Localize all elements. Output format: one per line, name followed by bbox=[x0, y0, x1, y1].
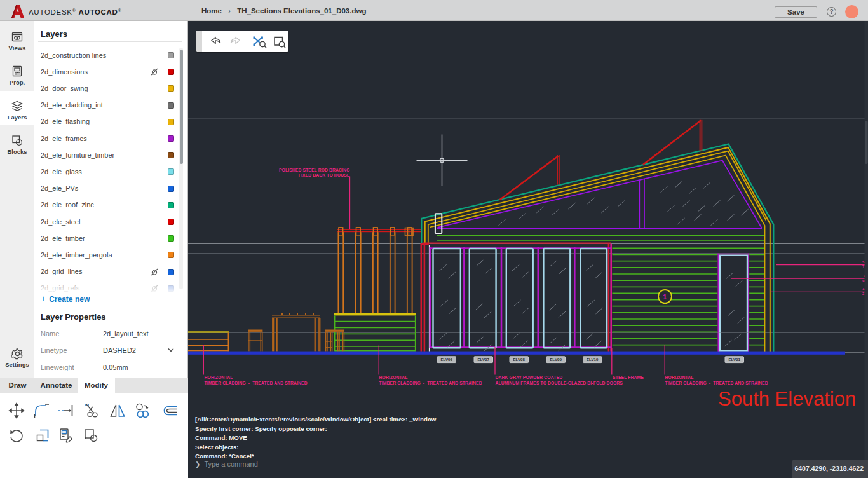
svg-text:HORIZONTAL: HORIZONTAL bbox=[205, 375, 233, 379]
svg-text:South Elevation: South Elevation bbox=[718, 388, 856, 410]
svg-text:ELV08: ELV08 bbox=[513, 357, 525, 362]
svg-text:STEEL FRAME: STEEL FRAME bbox=[613, 375, 644, 379]
svg-text:FIXED BACK TO HOUSE: FIXED BACK TO HOUSE bbox=[299, 173, 350, 177]
svg-text:1: 1 bbox=[663, 293, 667, 301]
svg-text:HORIZONTAL: HORIZONTAL bbox=[379, 375, 408, 379]
svg-text:POLISHED STEEL ROD BRACING: POLISHED STEEL ROD BRACING bbox=[279, 168, 350, 172]
svg-text:ELV09: ELV09 bbox=[550, 357, 562, 362]
svg-text:T: T bbox=[862, 264, 865, 268]
svg-text:ELV10: ELV10 bbox=[587, 357, 599, 362]
svg-text:HORIZONTAL: HORIZONTAL bbox=[665, 375, 694, 379]
svg-text:ELV01: ELV01 bbox=[728, 357, 740, 362]
svg-text:ELV07: ELV07 bbox=[477, 357, 489, 362]
svg-text:ELV06: ELV06 bbox=[440, 357, 452, 362]
svg-text:TIMBER CLADDING - TREATED AN: TIMBER CLADDING - TREATED AND STRAINED bbox=[379, 381, 482, 385]
svg-text:ALUMINUM FRAMES TO DOUBLE-GLAZ: ALUMINUM FRAMES TO DOUBLE-GLAZED BI-FOLD… bbox=[496, 381, 623, 385]
svg-text:DARK GRAY POWDER-COATED: DARK GRAY POWDER-COATED bbox=[496, 375, 563, 379]
svg-text:Z: Z bbox=[862, 292, 865, 296]
svg-text:TIMBER CLADDING - TREATED AN: TIMBER CLADDING - TREATED AND STRAINED bbox=[665, 381, 768, 385]
svg-text:S: S bbox=[862, 260, 865, 264]
svg-text:TIMBER CLADDING - TREATED AN: TIMBER CLADDING - TREATED AND STRAINED bbox=[205, 381, 308, 385]
